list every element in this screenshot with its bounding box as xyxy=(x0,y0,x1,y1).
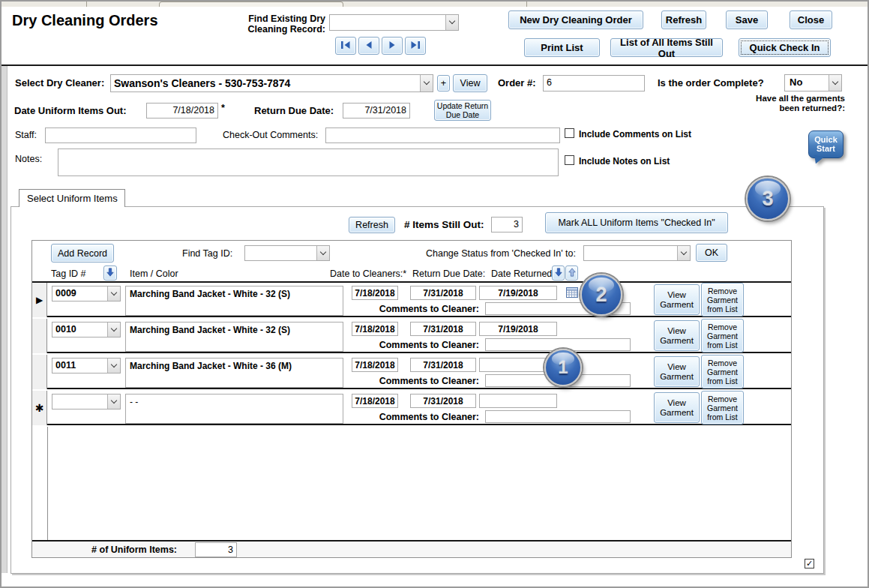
print-list-button[interactable]: Print List xyxy=(524,38,600,57)
return-due-field[interactable]: 7/31/2018 xyxy=(410,394,476,408)
callout-2: 2 xyxy=(580,274,622,316)
add-cleaner-button[interactable]: + xyxy=(437,75,450,92)
date-out-label: Date Uniform Items Out: xyxy=(14,105,127,116)
previous-record-button[interactable] xyxy=(358,37,379,55)
column-header-date-to-cleaners: Date to Cleaners:* xyxy=(330,268,406,279)
chevron-down-icon[interactable] xyxy=(107,358,120,373)
chevron-down-icon[interactable] xyxy=(677,246,690,260)
dry-cleaner-value: Swanson's Cleaners - 530-753-7874 xyxy=(114,77,419,89)
item-color-field[interactable]: Marching Band Jacket - White - 32 (S) xyxy=(125,286,343,316)
view-garment-button[interactable]: View Garment xyxy=(654,392,700,423)
remove-garment-button[interactable]: Remove Garment from List xyxy=(701,319,744,352)
return-due-field[interactable]: 7/31/2018 xyxy=(343,103,410,118)
item-color-field[interactable]: Marching Band Jacket - White - 36 (M) xyxy=(125,358,343,388)
include-notes-checkbox[interactable] xyxy=(565,155,574,165)
find-record-combo[interactable] xyxy=(329,14,459,31)
remove-garment-button[interactable]: Remove Garment from List xyxy=(701,355,744,388)
quick-check-in-button[interactable]: Quick Check In xyxy=(739,38,831,57)
first-record-button[interactable] xyxy=(335,37,356,55)
tab-select-uniform-items[interactable]: Select Uniform Items xyxy=(19,189,125,207)
dry-cleaner-combo[interactable]: Swanson's Cleaners - 530-753-7874 xyxy=(110,74,433,92)
mark-all-checked-in-button[interactable]: Mark ALL Uniform Items "Checked In" xyxy=(545,212,728,233)
new-order-button[interactable]: New Dry Cleaning Order xyxy=(508,10,643,29)
speech-bubble-tail-icon xyxy=(813,155,824,165)
staff-input[interactable] xyxy=(45,128,196,143)
chevron-down-icon[interactable] xyxy=(829,75,841,91)
row-selector[interactable]: ✱ xyxy=(32,391,47,425)
view-garment-button[interactable]: View Garment xyxy=(654,320,700,351)
include-comments-checkbox[interactable] xyxy=(565,128,574,138)
column-header-return-due: Return Due Date: xyxy=(412,268,485,279)
chevron-down-icon[interactable] xyxy=(107,322,120,337)
sort-descending-button[interactable] xyxy=(552,266,565,280)
comments-to-cleaner-label: Comments to Cleaner: xyxy=(329,412,479,422)
date-returned-field[interactable]: 7/19/2018 xyxy=(479,322,557,336)
date-to-cleaners-field[interactable]: 7/18/2018 xyxy=(352,358,398,372)
current-record-icon: ▶ xyxy=(36,295,43,305)
panel-checkbox[interactable]: ✓ xyxy=(805,559,814,568)
row-selector[interactable]: ▶ xyxy=(32,283,47,317)
last-record-button[interactable] xyxy=(405,37,426,55)
tag-sort-button[interactable] xyxy=(103,266,117,280)
return-due-field[interactable]: 7/31/2018 xyxy=(410,358,476,372)
view-garment-button[interactable]: View Garment xyxy=(654,284,700,315)
uniform-items-count-field[interactable]: 3 xyxy=(195,542,237,557)
return-due-field[interactable]: 7/31/2018 xyxy=(410,286,476,300)
chevron-down-icon[interactable] xyxy=(420,75,433,92)
tag-id-combo[interactable]: 0010 xyxy=(52,322,121,338)
date-out-required-mark: * xyxy=(221,103,225,113)
date-to-cleaners-field[interactable]: 7/18/2018 xyxy=(352,394,398,408)
quick-start-label: Quick Start xyxy=(811,135,841,153)
chevron-down-icon[interactable] xyxy=(107,286,120,301)
chevron-down-icon[interactable] xyxy=(316,246,329,260)
quick-start-badge[interactable]: Quick Start xyxy=(808,130,844,158)
row-selector[interactable] xyxy=(32,355,47,389)
checkout-comments-input[interactable] xyxy=(325,128,560,143)
close-button[interactable]: Close xyxy=(790,10,832,29)
item-color-field[interactable]: - - xyxy=(125,394,343,424)
items-refresh-button[interactable]: Refresh xyxy=(349,217,395,233)
items-still-out-field[interactable]: 3 xyxy=(491,217,523,232)
tag-id-combo[interactable] xyxy=(52,394,121,410)
ok-button[interactable]: OK xyxy=(696,244,727,262)
change-status-label: Change Status from 'Checked In' to: xyxy=(347,248,576,259)
next-record-button[interactable] xyxy=(382,37,403,55)
view-garment-button[interactable]: View Garment xyxy=(654,356,700,387)
window-top-strip xyxy=(1,2,868,7)
update-return-due-button[interactable]: Update Return Due Date xyxy=(434,100,491,121)
save-button[interactable]: Save xyxy=(726,10,768,29)
change-status-combo[interactable] xyxy=(583,245,691,261)
date-returned-field[interactable] xyxy=(479,394,557,408)
order-complete-combo[interactable]: No xyxy=(784,74,842,92)
date-returned-field[interactable]: 7/19/2018 xyxy=(479,286,557,300)
add-record-button[interactable]: Add Record xyxy=(51,244,114,262)
remove-garment-button[interactable]: Remove Garment from List xyxy=(701,283,744,316)
uniform-items-count-label: # of Uniform Items: xyxy=(32,544,177,555)
date-to-cleaners-field[interactable]: 7/18/2018 xyxy=(352,322,398,336)
selector-column-line xyxy=(47,427,48,540)
order-number-field[interactable]: 6 xyxy=(543,75,645,92)
row-selector[interactable] xyxy=(32,319,47,353)
chevron-down-icon[interactable] xyxy=(445,15,458,30)
table-row: 0011 Marching Band Jacket - White - 36 (… xyxy=(32,355,791,389)
order-complete-value: No xyxy=(790,76,828,88)
find-tag-label: Find Tag ID: xyxy=(182,248,232,259)
tag-id-combo[interactable]: 0009 xyxy=(52,286,121,302)
view-cleaner-button[interactable]: View xyxy=(453,74,487,92)
column-header-date-returned: Date Returned:* xyxy=(491,268,559,279)
find-tag-combo[interactable] xyxy=(244,245,330,261)
tag-id-combo[interactable]: 0011 xyxy=(52,358,121,374)
notes-input[interactable] xyxy=(58,148,559,176)
calendar-icon[interactable] xyxy=(566,286,578,301)
chevron-down-icon[interactable] xyxy=(107,394,120,409)
item-color-field[interactable]: Marching Band Jacket - White - 32 (S) xyxy=(125,322,343,352)
comments-to-cleaner-input[interactable] xyxy=(485,410,631,423)
table-row: ▶ 0009 Marching Band Jacket - White - 32… xyxy=(32,283,791,317)
date-to-cleaners-field[interactable]: 7/18/2018 xyxy=(352,286,398,300)
date-out-field[interactable]: 7/18/2018 xyxy=(146,103,218,118)
list-items-still-out-button[interactable]: List of All Items Still Out xyxy=(610,38,723,57)
remove-garment-button[interactable]: Remove Garment from List xyxy=(701,391,744,424)
refresh-button[interactable]: Refresh xyxy=(661,10,706,29)
sort-ascending-button[interactable] xyxy=(565,266,578,280)
return-due-field[interactable]: 7/31/2018 xyxy=(410,322,476,336)
